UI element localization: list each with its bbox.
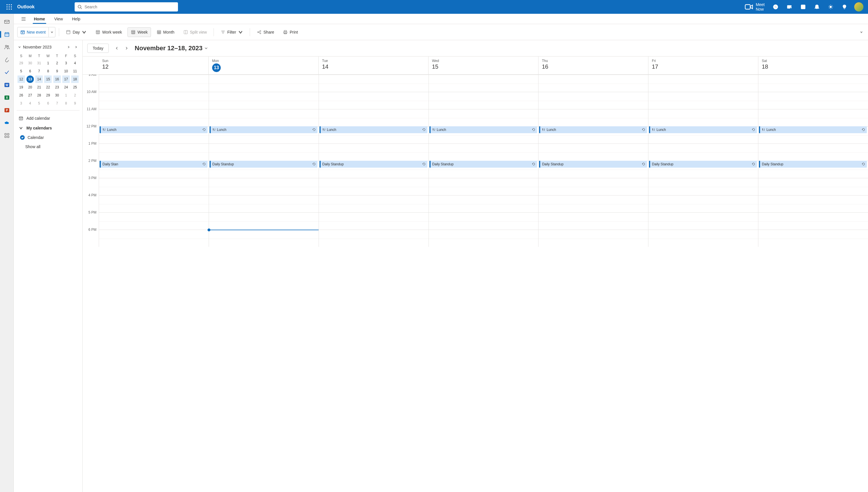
notifications-button[interactable] [811,0,823,14]
hour-cell[interactable] [319,195,428,213]
date-range-picker[interactable]: November 12–18, 2023 [134,45,208,52]
hour-cell[interactable] [99,144,209,161]
hour-cell[interactable] [648,144,758,161]
meet-now-button[interactable]: Meet Now [741,2,768,11]
hour-cell[interactable] [429,178,539,195]
mini-day-cell[interactable]: 18 [71,75,79,83]
hour-cell[interactable] [648,109,758,126]
hour-cell[interactable] [758,109,868,126]
mini-day-cell[interactable]: 19 [18,83,25,91]
mini-day-cell[interactable]: 1 [44,59,52,67]
ribbon-collapse-button[interactable] [858,28,865,36]
mini-day-cell[interactable]: 4 [26,100,34,107]
mini-day-cell[interactable]: 21 [35,83,43,91]
mini-day-cell[interactable]: 8 [44,68,52,75]
hour-cell[interactable] [758,144,868,161]
new-event-dropdown[interactable] [49,27,55,37]
hour-cell[interactable] [648,195,758,213]
day-column[interactable]: LunchDaily Standup [648,75,758,247]
mini-day-cell[interactable]: 8 [62,100,70,107]
view-week-button[interactable]: Week [127,27,151,37]
mini-next-button[interactable] [73,44,79,51]
hour-cell[interactable] [99,213,209,230]
day-header[interactable]: Mon13 [208,56,318,74]
day-header[interactable]: Tue14 [318,56,428,74]
mini-day-cell[interactable]: 20 [26,83,34,91]
mini-day-cell[interactable]: 11 [71,68,79,75]
view-month-button[interactable]: Month [153,27,178,37]
mini-day-cell[interactable]: 28 [35,92,43,99]
mini-day-cell[interactable]: 2 [71,92,79,99]
rail-todo[interactable] [1,67,13,78]
event-standup[interactable]: Daily Standup [539,161,647,168]
event-lunch[interactable]: Lunch [539,126,647,133]
hour-cell[interactable] [429,92,539,109]
hour-cell[interactable] [758,213,868,230]
mini-day-cell[interactable]: 2 [53,59,61,67]
hour-cell[interactable] [758,92,868,109]
mini-day-cell[interactable]: 6 [26,68,34,75]
print-button[interactable]: Print [279,27,301,37]
hour-cell[interactable] [758,195,868,213]
calendar-grid-scroll[interactable]: 9 AM10 AM11 AM12 PM1 PM2 PM3 PM4 PM5 PM6… [83,75,868,492]
mini-calendar-title[interactable]: November 2023 [23,45,64,49]
hour-cell[interactable] [209,75,319,92]
calendar-checkbox[interactable] [20,135,25,140]
mini-day-cell[interactable]: 25 [71,83,79,91]
hour-cell[interactable] [429,195,539,213]
mini-day-cell[interactable]: 24 [62,83,70,91]
tab-help[interactable]: Help [68,14,84,24]
today-button[interactable]: Today [87,44,109,53]
hour-cell[interactable] [209,213,319,230]
show-all-button[interactable]: Show all [17,142,79,151]
calendar-item[interactable]: Calendar [17,133,79,142]
hour-cell[interactable] [648,75,758,92]
hour-cell[interactable] [99,195,209,213]
mini-day-cell[interactable]: 30 [26,59,34,67]
day-column[interactable]: LunchDaily Standup [538,75,648,247]
mini-day-cell[interactable]: 29 [44,92,52,99]
hour-cell[interactable] [648,92,758,109]
mini-day-cell[interactable]: 16 [53,75,61,83]
event-standup[interactable]: Daily Standup [209,161,318,168]
hour-cell[interactable] [429,213,539,230]
day-column[interactable]: LunchDaily Standup [319,75,428,247]
filter-button[interactable]: Filter [217,27,246,37]
teams-button[interactable] [783,0,796,14]
event-lunch[interactable]: Lunch [649,126,757,133]
day-header[interactable]: Sat18 [758,56,868,74]
mini-day-cell[interactable]: 6 [44,100,52,107]
event-standup[interactable]: Daily Standup [320,161,427,168]
mini-day-cell[interactable]: 9 [71,100,79,107]
hour-cell[interactable] [648,213,758,230]
mini-day-cell[interactable]: 23 [53,83,61,91]
hour-cell[interactable] [209,178,319,195]
hour-cell[interactable] [319,109,428,126]
mini-prev-button[interactable] [65,44,72,51]
hour-cell[interactable] [99,92,209,109]
day-header[interactable]: Thu16 [538,56,648,74]
hour-cell[interactable] [429,144,539,161]
rail-people[interactable] [1,41,13,53]
hour-cell[interactable] [319,213,428,230]
event-lunch[interactable]: Lunch [429,126,537,133]
day-column[interactable]: LunchDaily Stan [99,75,209,247]
rail-more-apps[interactable] [1,130,13,141]
hour-cell[interactable] [539,75,648,92]
hour-cell[interactable] [99,75,209,92]
hour-cell[interactable] [758,178,868,195]
hour-cell[interactable] [209,92,319,109]
mini-day-cell[interactable]: 26 [18,92,25,99]
event-standup[interactable]: Daily Standup [429,161,537,168]
hour-cell[interactable] [539,144,648,161]
event-lunch[interactable]: Lunch [759,126,867,133]
hour-cell[interactable] [319,230,428,247]
hour-cell[interactable] [99,178,209,195]
mini-day-cell[interactable]: 3 [62,59,70,67]
search-box[interactable] [75,2,178,11]
view-day-button[interactable]: Day [63,27,90,37]
event-standup[interactable]: Daily Stan [100,161,207,168]
mini-day-cell[interactable]: 30 [53,92,61,99]
event-standup[interactable]: Daily Standup [759,161,867,168]
hour-cell[interactable] [319,144,428,161]
